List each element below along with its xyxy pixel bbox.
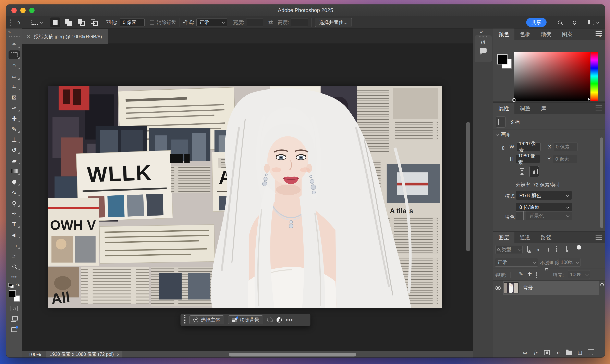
remove-background-button[interactable]: 移除背景 [228, 315, 263, 324]
lock-artboard-icon[interactable] [536, 272, 537, 278]
toolbar-grip[interactable] [9, 36, 20, 38]
swap-width-height-icon[interactable]: ⇄ [268, 19, 273, 26]
lock-pixels-icon[interactable]: ✎ [519, 271, 523, 277]
workspace-switcher[interactable] [588, 20, 598, 25]
screen-mode-button[interactable] [7, 314, 22, 324]
path-selection-tool[interactable]: ► [7, 229, 22, 240]
discover-lightbulb-icon[interactable] [573, 21, 576, 24]
object-selection-tool[interactable]: ▱ [7, 71, 22, 81]
hue-slider[interactable] [590, 52, 598, 101]
lock-transparency-icon[interactable] [511, 272, 511, 278]
comments-panel-icon[interactable] [480, 48, 487, 53]
width-input[interactable] [246, 18, 263, 26]
taskbar-toggle-button[interactable] [7, 324, 22, 335]
filter-shape-layers-icon[interactable] [556, 247, 557, 252]
type-tool[interactable]: T [7, 219, 22, 229]
link-layers-icon[interactable]: ∞ [521, 349, 529, 356]
home-button[interactable]: ⌂ [13, 17, 24, 27]
opacity-dropdown[interactable]: 100% [558, 258, 581, 267]
new-adjustment-layer-icon[interactable]: ◐ [555, 349, 562, 356]
document-tab[interactable]: × 报纸女孩.jpeg @ 100%(RGB/8) [22, 29, 108, 44]
history-panel-icon[interactable]: ↺ [480, 40, 486, 46]
panel-grip[interactable] [479, 36, 488, 38]
healing-brush-tool[interactable]: ✚ [7, 113, 22, 124]
tab-properties[interactable]: 属性 [493, 103, 514, 114]
edit-toolbar-button[interactable]: ••• [7, 272, 22, 282]
filter-type-layers-icon[interactable]: T [546, 247, 550, 253]
filter-adjustment-layers-icon[interactable]: ◐ [537, 247, 540, 253]
x-field[interactable]: 0 像素 [554, 143, 578, 151]
canvas-section-header[interactable]: 画布 [496, 131, 511, 138]
rectangular-marquee-tool[interactable] [7, 50, 22, 60]
feather-input[interactable]: 0 像素 [120, 18, 144, 26]
bit-depth-dropdown[interactable]: 8 位/通道 [516, 203, 572, 212]
eraser-tool[interactable]: ▰ [7, 155, 22, 166]
create-adjustment-icon[interactable] [276, 317, 282, 323]
portrait-orientation-button[interactable] [517, 166, 527, 177]
blend-mode-dropdown[interactable]: 正常 [495, 258, 538, 267]
layer-visibility-toggle[interactable] [493, 281, 503, 295]
new-layer-icon[interactable]: ⊞ [576, 349, 584, 356]
close-tab-icon[interactable]: × [27, 33, 30, 40]
tab-gradients[interactable]: 渐变 [536, 28, 557, 40]
smudge-tool[interactable]: ∿ [7, 187, 22, 198]
filter-pixel-layers-icon[interactable] [527, 247, 528, 252]
layer-thumbnail[interactable] [504, 283, 519, 293]
zoom-level[interactable]: 100% [28, 351, 46, 357]
landscape-orientation-button[interactable] [530, 166, 539, 177]
fill-color-swatch[interactable] [516, 211, 524, 220]
panel-scrollbar[interactable] [600, 137, 603, 228]
height-field[interactable]: 1080 像素 [516, 155, 540, 163]
panel-menu-icon[interactable] [596, 105, 602, 110]
pen-tool[interactable]: ✒ [7, 208, 22, 219]
document-dimensions[interactable]: 1920 像素 x 1080 像素 (72 ppi) › [46, 351, 122, 358]
current-tool-well[interactable] [30, 20, 43, 25]
new-group-icon[interactable] [565, 349, 572, 356]
horizontal-scrollbar[interactable] [229, 353, 356, 356]
collapse-dock-chevrons[interactable]: » [598, 33, 601, 39]
options-grip[interactable] [9, 18, 11, 26]
color-swatch-pair[interactable] [497, 54, 514, 71]
clone-stamp-tool[interactable]: ⊥ [7, 134, 22, 145]
zoom-tool[interactable] [7, 261, 22, 272]
frame-tool[interactable]: ⊠ [7, 92, 22, 103]
layer-filter-type-dropdown[interactable]: 类型 [495, 245, 523, 254]
brush-tool[interactable]: ✎ [7, 124, 22, 134]
fill-dropdown[interactable]: 100% [568, 270, 590, 279]
quick-mask-button[interactable] [7, 303, 22, 314]
toolbar-expand-chevrons[interactable]: » [6, 28, 22, 35]
layer-row-selected[interactable]: 背景 [503, 281, 599, 295]
fill-dropdown[interactable]: 背景色 [526, 211, 572, 220]
taskbar-drag-handle[interactable] [184, 315, 185, 324]
height-input[interactable] [291, 18, 308, 26]
eyedropper-tool[interactable]: ✑ [7, 103, 22, 113]
tab-channels[interactable]: 通道 [514, 232, 536, 243]
panel-menu-icon[interactable] [596, 235, 602, 240]
blur-tool[interactable] [7, 177, 22, 187]
add-to-selection-button[interactable] [63, 17, 73, 27]
tab-patterns[interactable]: 图案 [557, 28, 578, 40]
tab-paths[interactable]: 路径 [536, 232, 557, 243]
search-icon[interactable] [558, 21, 562, 24]
new-selection-button[interactable] [50, 17, 60, 27]
layer-row-background[interactable]: 背景 [493, 281, 605, 295]
add-layer-mask-icon[interactable] [543, 349, 551, 356]
canvas-photo[interactable]: A tilars [48, 86, 442, 308]
titlebar[interactable]: Adobe Photoshop 2025 [6, 4, 605, 16]
transform-lasso-icon[interactable] [267, 317, 273, 322]
crop-tool[interactable]: ⌗ [7, 81, 22, 92]
lasso-tool[interactable]: ◌ [7, 60, 22, 71]
link-dimensions-icon[interactable]: ∞ [500, 146, 507, 150]
foreground-background-colors[interactable] [8, 290, 20, 302]
history-brush-tool[interactable]: ↺ [7, 145, 22, 155]
vertical-scrollbar[interactable] [466, 122, 470, 251]
pasteboard[interactable]: A tilars [22, 44, 473, 351]
intersect-selection-button[interactable] [89, 17, 99, 27]
rectangle-tool[interactable]: ▭ [7, 240, 22, 250]
tab-layers[interactable]: 图层 [493, 232, 514, 243]
gradient-tool[interactable] [7, 166, 22, 177]
tab-swatches[interactable]: 色板 [514, 28, 536, 40]
y-field[interactable]: 0 像素 [553, 155, 577, 163]
subtract-from-selection-button[interactable] [76, 17, 86, 27]
tab-color[interactable]: 颜色 [493, 28, 514, 40]
